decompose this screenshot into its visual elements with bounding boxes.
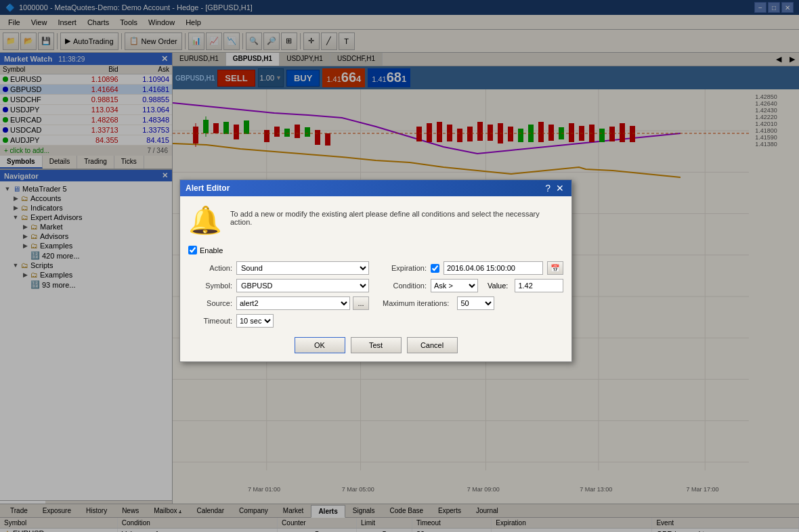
enable-checkbox-label[interactable]: Enable (188, 246, 563, 254)
ok-button[interactable]: OK (295, 337, 345, 353)
condition-row: Condition: Ask > Ask < Bid > Bid < Value… (383, 279, 563, 292)
dialog-help-button[interactable]: ? (543, 183, 553, 194)
dialog-title-buttons: ? ✕ (543, 183, 566, 194)
source-input-group: alert2 alert1 ... (236, 296, 369, 310)
expiration-calendar-button[interactable]: 📅 (547, 261, 563, 275)
condition-label: Condition: (383, 282, 427, 290)
cancel-button[interactable]: Cancel (407, 337, 458, 353)
timeout-label: Timeout: (188, 317, 232, 325)
action-label: Action: (188, 264, 232, 272)
symbol-label: Symbol: (188, 282, 232, 290)
bell-icon: 🔔 (188, 204, 222, 236)
dialog-enable-row: Enable (188, 246, 563, 254)
browse-button[interactable]: ... (353, 296, 369, 310)
dialog-info-text: To add a new or modify the existing aler… (230, 204, 563, 226)
action-select[interactable]: Sound Alert Email Notification (236, 261, 369, 275)
dialog-overlay: Alert Editor ? ✕ 🔔 To add a new or modif… (0, 0, 799, 532)
value-label: Value: (488, 282, 508, 290)
enable-checkbox[interactable] (188, 246, 197, 254)
dialog-title-bar: Alert Editor ? ✕ (180, 180, 571, 196)
expiration-checkbox-label[interactable] (431, 264, 439, 273)
expiration-label: Expiration: (383, 264, 427, 272)
dialog-title-label: Alert Editor (186, 183, 230, 193)
dialog-info: 🔔 To add a new or modify the existing al… (188, 204, 563, 236)
timeout-select[interactable]: 10 sec 30 sec 1 min (236, 314, 274, 328)
test-button[interactable]: Test (351, 337, 402, 353)
enable-label: Enable (200, 246, 223, 254)
symbol-row: Symbol: GBPUSD EURUSD USDJPY (188, 279, 369, 292)
source-label: Source: (188, 299, 232, 307)
timeout-row: Timeout: 10 sec 30 sec 1 min (188, 314, 369, 328)
expiration-input[interactable] (444, 261, 543, 275)
expiration-row: Expiration: 📅 (383, 261, 563, 275)
dialog-form: Action: Sound Alert Email Notification S… (188, 261, 563, 328)
action-row: Action: Sound Alert Email Notification (188, 261, 369, 275)
max-iter-row: Maximum iterations: 50 10 100 (383, 296, 563, 310)
condition-select[interactable]: Ask > Ask < Bid > Bid < (431, 279, 478, 292)
max-iter-label: Maximum iterations: (383, 299, 449, 307)
source-select[interactable]: alert2 alert1 (236, 296, 350, 310)
dialog-form-left: Action: Sound Alert Email Notification S… (188, 261, 369, 328)
dialog-body: 🔔 To add a new or modify the existing al… (180, 196, 571, 361)
alert-editor-dialog: Alert Editor ? ✕ 🔔 To add a new or modif… (179, 179, 572, 362)
expiration-checkbox[interactable] (431, 264, 439, 273)
dialog-buttons: OK Test Cancel (188, 337, 563, 353)
dialog-close-button[interactable]: ✕ (554, 183, 566, 194)
source-row: Source: alert2 alert1 ... (188, 296, 369, 310)
max-iter-select[interactable]: 50 10 100 (457, 296, 494, 310)
value-input[interactable] (515, 279, 563, 292)
symbol-select[interactable]: GBPUSD EURUSD USDJPY (236, 279, 369, 292)
dialog-form-right: Expiration: 📅 Condition: Ask > Ask < Bid… (383, 261, 563, 328)
